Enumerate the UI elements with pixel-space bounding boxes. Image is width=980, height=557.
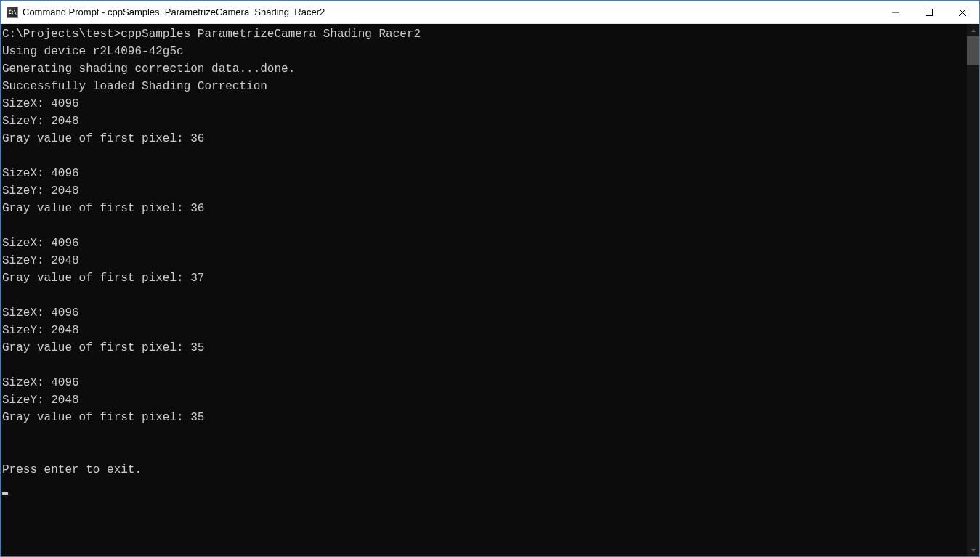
titlebar[interactable]: C:\ Command Prompt - cppSamples_Parametr… [1, 1, 979, 24]
cmd-icon: C:\ [7, 7, 18, 18]
minimize-button[interactable] [879, 1, 912, 23]
console-output[interactable]: C:\Projects\test>cppSamples_ParametrizeC… [1, 24, 967, 556]
output-line: SizeX: 4096 [2, 376, 79, 389]
output-line: Generating shading correction data...don… [2, 62, 295, 76]
output-line: SizeY: 2048 [2, 254, 79, 267]
scroll-down-arrow-icon[interactable] [967, 544, 979, 556]
maximize-button[interactable] [912, 1, 946, 23]
output-line: SizeX: 4096 [2, 237, 79, 250]
output-line: Gray value of first pixel: 37 [2, 272, 204, 285]
output-line: SizeY: 2048 [2, 115, 79, 128]
text-cursor [2, 492, 8, 495]
close-button[interactable] [946, 1, 979, 23]
command-prompt-window: C:\ Command Prompt - cppSamples_Parametr… [0, 0, 980, 557]
scroll-track[interactable] [967, 36, 979, 544]
output-line: SizeY: 2048 [2, 324, 79, 337]
scroll-up-arrow-icon[interactable] [967, 24, 979, 36]
output-line: Successfully loaded Shading Correction [2, 80, 267, 93]
output-line: SizeY: 2048 [2, 184, 79, 198]
command-text: cppSamples_ParametrizeCamera_Shading_Rac… [121, 28, 421, 41]
output-line: SizeX: 4096 [2, 306, 79, 320]
console-wrapper: C:\Projects\test>cppSamples_ParametrizeC… [1, 24, 979, 556]
output-line: Using device r2L4096-42g5c [2, 45, 184, 58]
output-line: Gray value of first pixel: 36 [2, 132, 204, 145]
prompt-text: C:\Projects\test> [2, 28, 121, 41]
output-line: Gray value of first pixel: 36 [2, 202, 204, 215]
svg-marker-4 [971, 29, 976, 32]
scroll-thumb[interactable] [967, 36, 979, 65]
output-line: SizeX: 4096 [2, 97, 79, 110]
output-line: Gray value of first pixel: 35 [2, 341, 204, 354]
output-line: SizeX: 4096 [2, 167, 79, 180]
svg-rect-1 [926, 9, 933, 15]
output-line: Gray value of first pixel: 35 [2, 411, 204, 424]
exit-prompt: Press enter to exit. [2, 463, 142, 476]
svg-marker-5 [971, 549, 976, 552]
vertical-scrollbar[interactable] [967, 24, 979, 556]
window-title: Command Prompt - cppSamples_ParametrizeC… [23, 7, 879, 17]
output-line: SizeY: 2048 [2, 394, 79, 407]
window-controls [879, 1, 979, 23]
